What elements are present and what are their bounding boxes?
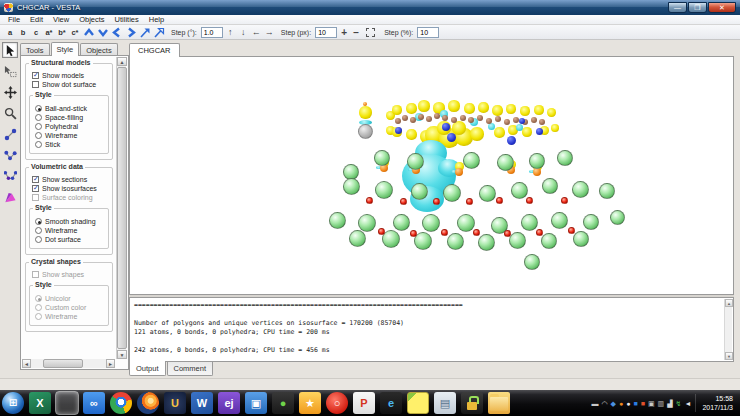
- rotate-ccw-icon[interactable]: [153, 27, 165, 38]
- axis-button-c[interactable]: c: [30, 28, 42, 37]
- select-tool[interactable]: [2, 42, 18, 58]
- taskbar-clock[interactable]: 15:58 2017/11/3: [695, 394, 738, 412]
- radio-dot-surface[interactable]: Dot surface: [35, 236, 107, 243]
- rotate-left-icon[interactable]: [111, 27, 123, 38]
- menu-objects[interactable]: Objects: [74, 15, 109, 24]
- tray-icon-security-shield[interactable]: ◆: [611, 400, 616, 407]
- angle-tool[interactable]: [2, 147, 18, 163]
- menu-file[interactable]: File: [3, 15, 25, 24]
- tray-icon-volume[interactable]: ◄: [684, 400, 691, 407]
- taskbar-icon-remote-window[interactable]: ▣: [245, 392, 267, 414]
- scroll-thumb[interactable]: [117, 67, 127, 349]
- taskbar-icon-purple-app[interactable]: ej: [218, 392, 240, 414]
- taskbar-icon-lock[interactable]: [461, 392, 483, 414]
- taskbar-icon-start[interactable]: ⊞: [2, 392, 24, 414]
- translate-right-icon[interactable]: →: [264, 27, 275, 37]
- distance-tool[interactable]: [2, 126, 18, 142]
- radio-wireframe[interactable]: Wireframe: [35, 227, 107, 234]
- area-select-tool[interactable]: [2, 63, 18, 79]
- scroll-down-button[interactable]: ▼: [117, 350, 127, 359]
- checkbox-show-dot-surface[interactable]: Show dot surface: [32, 81, 110, 88]
- output-scroll-down[interactable]: ▼: [725, 352, 733, 360]
- console-tab-output[interactable]: Output: [129, 361, 166, 376]
- checkbox-show-isosurfaces[interactable]: Show isosurfaces: [32, 185, 110, 192]
- taskbar-icon-baidu-app[interactable]: ★: [299, 392, 321, 414]
- radio-button[interactable]: [35, 132, 42, 139]
- tray-icon-power[interactable]: ↯: [676, 400, 682, 407]
- taskbar-icon-folder[interactable]: [488, 392, 510, 414]
- radio-polyhedral[interactable]: Polyhedral: [35, 123, 107, 130]
- radio-space-filling[interactable]: Space-filling: [35, 114, 107, 121]
- radio-button[interactable]: [35, 114, 42, 121]
- taskbar-icon-firefox[interactable]: [137, 392, 159, 414]
- taskbar-icon-chrome[interactable]: [110, 392, 132, 414]
- taskbar-icon-excel[interactable]: X: [29, 392, 51, 414]
- rotate-right-icon[interactable]: [125, 27, 137, 38]
- translate-tool[interactable]: [2, 84, 18, 100]
- radio-ball-and-stick[interactable]: Ball-and-stick: [35, 105, 107, 112]
- step-px-input[interactable]: [315, 27, 337, 38]
- sidebar-horizontal-scrollbar[interactable]: ◄ ►: [22, 359, 115, 368]
- axis-button-a[interactable]: a: [4, 28, 16, 37]
- checkbox-box[interactable]: [32, 72, 39, 79]
- checkbox-box[interactable]: [32, 176, 39, 183]
- tray-icon-wifi[interactable]: ◠: [601, 400, 607, 407]
- sidebar-vertical-scrollbar[interactable]: ▲ ▼: [116, 57, 126, 359]
- sidebar-tab-style[interactable]: Style: [51, 42, 80, 56]
- radio-button[interactable]: [35, 105, 42, 112]
- tray-icon-device[interactable]: ▥: [658, 400, 665, 407]
- output-scrollbar[interactable]: ▲ ▼: [724, 299, 732, 360]
- radio-button[interactable]: [35, 123, 42, 130]
- tray-icon-red-square[interactable]: ■: [641, 400, 645, 407]
- menu-utilities[interactable]: Utilities: [110, 15, 144, 24]
- taskbar-icon-baidu-pan[interactable]: ∞: [83, 392, 105, 414]
- taskbar-icon-internet-explorer[interactable]: e: [380, 392, 402, 414]
- step-deg-input[interactable]: [201, 27, 223, 38]
- translate-left-icon[interactable]: ←: [251, 27, 262, 37]
- rotate-up-icon[interactable]: [83, 27, 95, 38]
- taskbar-icon-notepad[interactable]: ▤: [434, 392, 456, 414]
- radio-button[interactable]: [35, 227, 42, 234]
- taskbar-icon-pdf[interactable]: P: [353, 392, 375, 414]
- plane-tool[interactable]: [2, 189, 18, 205]
- radio-button[interactable]: [35, 218, 42, 225]
- axis-button-b[interactable]: b*: [56, 28, 68, 37]
- tray-icon-network-signal[interactable]: ▟: [667, 400, 672, 407]
- menu-help[interactable]: Help: [144, 15, 169, 24]
- title-bar[interactable]: CHGCAR - VESTA — ❒ ✕: [0, 0, 740, 15]
- taskbar-icon-word[interactable]: W: [191, 392, 213, 414]
- axis-button-c[interactable]: c*: [69, 28, 81, 37]
- axis-button-a[interactable]: a*: [43, 28, 55, 37]
- scroll-left-button[interactable]: ◄: [22, 359, 31, 368]
- scroll-right-button[interactable]: ►: [106, 359, 115, 368]
- translate-up-icon[interactable]: ↑: [225, 27, 236, 37]
- render-canvas[interactable]: [129, 56, 734, 295]
- menu-view[interactable]: View: [48, 15, 74, 24]
- magnify-tool[interactable]: [2, 105, 18, 121]
- axis-button-b[interactable]: b: [17, 28, 29, 37]
- checkbox-show-sections[interactable]: Show sections: [32, 176, 110, 183]
- console-tab-comment[interactable]: Comment: [167, 362, 214, 376]
- taskbar-icon-wechat[interactable]: ●: [272, 392, 294, 414]
- tray-icon-blue-square[interactable]: ■: [633, 400, 637, 407]
- zoom-in-button[interactable]: +: [339, 27, 349, 38]
- zoom-out-button[interactable]: −: [351, 27, 361, 38]
- tray-icon-keyboard[interactable]: ▬: [591, 400, 598, 407]
- menu-edit[interactable]: Edit: [25, 15, 48, 24]
- taskbar-icon-vesta[interactable]: [56, 392, 78, 414]
- radio-button[interactable]: [35, 236, 42, 243]
- checkbox-box[interactable]: [32, 185, 39, 192]
- radio-wireframe[interactable]: Wireframe: [35, 132, 107, 139]
- fit-view-icon[interactable]: [366, 28, 375, 37]
- close-button[interactable]: ✕: [708, 2, 736, 13]
- tray-icon-display[interactable]: ▣: [648, 400, 655, 407]
- translate-down-icon[interactable]: ↓: [238, 27, 249, 37]
- rotate-cw-icon[interactable]: [139, 27, 151, 38]
- taskbar-icon-sticky-notes[interactable]: [407, 392, 429, 414]
- taskbar-icon-ultraedit[interactable]: U: [164, 392, 186, 414]
- dihedral-tool[interactable]: [2, 168, 18, 184]
- output-scroll-up[interactable]: ▲: [725, 299, 733, 307]
- tray-icon-orange-dot[interactable]: ●: [619, 400, 623, 407]
- rotate-down-icon[interactable]: [97, 27, 109, 38]
- scroll-thumb-h[interactable]: [43, 359, 83, 368]
